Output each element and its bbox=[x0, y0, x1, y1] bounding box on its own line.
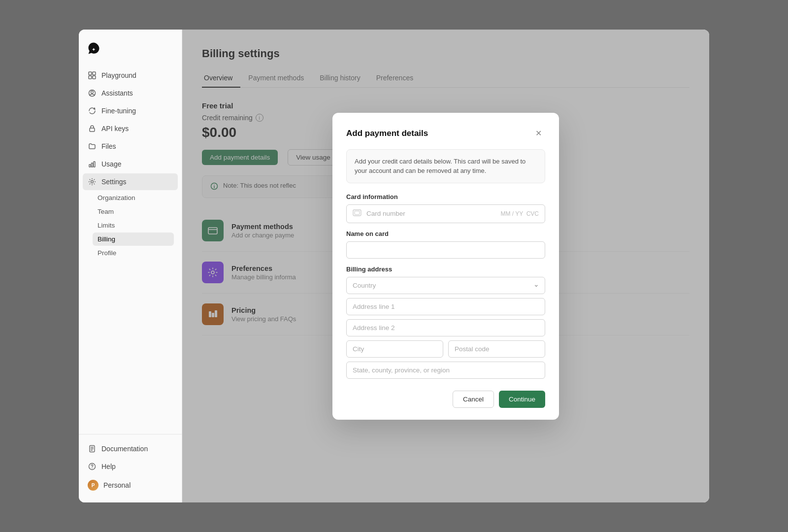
state-input[interactable] bbox=[346, 362, 545, 379]
postal-input[interactable] bbox=[448, 340, 545, 358]
sidebar-item-profile[interactable]: Profile bbox=[93, 246, 174, 260]
billing-address-group: Billing address Country United States Un… bbox=[346, 266, 545, 379]
continue-button[interactable]: Continue bbox=[499, 391, 545, 408]
billing-address-label: Billing address bbox=[346, 266, 545, 273]
sidebar-help-label: Help bbox=[101, 463, 116, 470]
modal-close-button[interactable]: ✕ bbox=[531, 127, 545, 140]
bar-chart-icon bbox=[88, 160, 97, 168]
doc-icon bbox=[88, 444, 97, 453]
sidebar-item-limits[interactable]: Limits bbox=[93, 219, 174, 232]
lock-icon bbox=[88, 124, 97, 133]
svg-rect-1 bbox=[89, 72, 92, 75]
sidebar-item-api-keys-label: API keys bbox=[101, 125, 129, 133]
cancel-button[interactable]: Cancel bbox=[453, 391, 494, 408]
svg-rect-23 bbox=[355, 211, 360, 214]
help-icon bbox=[88, 462, 97, 471]
modal-header: Add payment details ✕ bbox=[346, 127, 545, 140]
app-logo: ✦ bbox=[79, 37, 182, 67]
card-date-cvc-placeholder: MM / YY CVC bbox=[500, 210, 539, 217]
sidebar-item-playground[interactable]: Playground bbox=[83, 67, 178, 84]
city-postal-row bbox=[346, 340, 545, 358]
sidebar-item-usage[interactable]: Usage bbox=[83, 156, 178, 172]
name-on-card-group: Name on card bbox=[346, 230, 545, 259]
sidebar-sub-profile-label: Profile bbox=[98, 249, 116, 257]
svg-rect-8 bbox=[89, 165, 91, 167]
address-line1-input[interactable] bbox=[346, 298, 545, 315]
modal-overlay: Add payment details ✕ Add your credit ca… bbox=[182, 30, 709, 502]
main-nav: Playground Assistants Fine-tuning API ke… bbox=[79, 67, 182, 430]
sidebar-item-billing[interactable]: Billing bbox=[93, 233, 174, 246]
sidebar-documentation-label: Documentation bbox=[101, 445, 148, 453]
svg-rect-2 bbox=[93, 72, 96, 75]
svg-point-14 bbox=[92, 468, 92, 468]
loop-icon bbox=[88, 106, 97, 115]
sidebar-item-playground-label: Playground bbox=[101, 71, 136, 79]
svg-rect-9 bbox=[92, 163, 93, 167]
sidebar-item-team[interactable]: Team bbox=[93, 205, 174, 218]
gear-icon bbox=[88, 177, 97, 186]
sidebar-item-documentation[interactable]: Documentation bbox=[83, 440, 178, 457]
sidebar-user-label: Personal bbox=[103, 481, 131, 489]
sidebar-user[interactable]: P Personal bbox=[83, 476, 178, 495]
svg-rect-22 bbox=[353, 210, 361, 216]
address-line2-input[interactable] bbox=[346, 319, 545, 336]
modal-footer: Cancel Continue bbox=[346, 391, 545, 408]
country-select[interactable]: Country United States United Kingdom Can… bbox=[346, 277, 545, 294]
svg-rect-4 bbox=[93, 76, 96, 79]
sidebar-sub-limits-label: Limits bbox=[98, 222, 115, 229]
city-input[interactable] bbox=[346, 340, 443, 358]
sidebar: ✦ Playground Assistants Fine-tuning bbox=[79, 30, 182, 502]
sidebar-item-files-label: Files bbox=[101, 142, 116, 150]
sidebar-item-api-keys[interactable]: API keys bbox=[83, 120, 178, 137]
modal-info-box: Add your credit card details below. This… bbox=[346, 149, 545, 183]
card-chip-icon bbox=[353, 209, 361, 218]
sidebar-item-settings[interactable]: Settings bbox=[83, 173, 178, 190]
avatar: P bbox=[88, 480, 98, 491]
sidebar-sub-organization-label: Organization bbox=[98, 194, 135, 201]
svg-point-11 bbox=[91, 181, 94, 183]
svg-rect-7 bbox=[90, 128, 95, 132]
card-number-input[interactable] bbox=[366, 210, 495, 217]
sidebar-item-usage-label: Usage bbox=[101, 160, 121, 168]
main-content: Billing settings Overview Payment method… bbox=[182, 30, 709, 502]
name-on-card-label: Name on card bbox=[346, 230, 545, 237]
svg-point-6 bbox=[91, 91, 94, 94]
sidebar-sub-team-label: Team bbox=[98, 208, 114, 215]
name-on-card-input[interactable] bbox=[346, 241, 545, 259]
modal-title: Add payment details bbox=[346, 129, 428, 138]
sidebar-item-assistants-label: Assistants bbox=[101, 89, 133, 97]
sidebar-item-files[interactable]: Files bbox=[83, 138, 178, 155]
folder-icon bbox=[88, 142, 97, 151]
sidebar-item-settings-label: Settings bbox=[101, 178, 127, 186]
card-info-group: Card information MM / YY CVC bbox=[346, 193, 545, 223]
sidebar-item-fine-tuning[interactable]: Fine-tuning bbox=[83, 102, 178, 119]
sidebar-bottom: Documentation Help P Personal bbox=[79, 434, 182, 495]
sidebar-item-organization[interactable]: Organization bbox=[93, 191, 174, 204]
svg-text:✦: ✦ bbox=[92, 47, 96, 52]
grid-icon bbox=[88, 71, 97, 80]
country-select-wrapper: Country United States United Kingdom Can… bbox=[346, 277, 545, 294]
payment-modal: Add payment details ✕ Add your credit ca… bbox=[332, 113, 559, 420]
card-number-field[interactable]: MM / YY CVC bbox=[346, 204, 545, 223]
sidebar-sub-billing-label: Billing bbox=[98, 235, 115, 243]
user-circle-icon bbox=[88, 89, 97, 98]
card-info-label: Card information bbox=[346, 193, 545, 200]
svg-rect-10 bbox=[94, 162, 95, 167]
settings-subnav: Organization Team Limits Billing Profile bbox=[83, 191, 178, 260]
sidebar-item-fine-tuning-label: Fine-tuning bbox=[101, 107, 136, 115]
svg-rect-3 bbox=[89, 76, 92, 79]
sidebar-item-assistants[interactable]: Assistants bbox=[83, 85, 178, 101]
sidebar-item-help[interactable]: Help bbox=[83, 458, 178, 475]
